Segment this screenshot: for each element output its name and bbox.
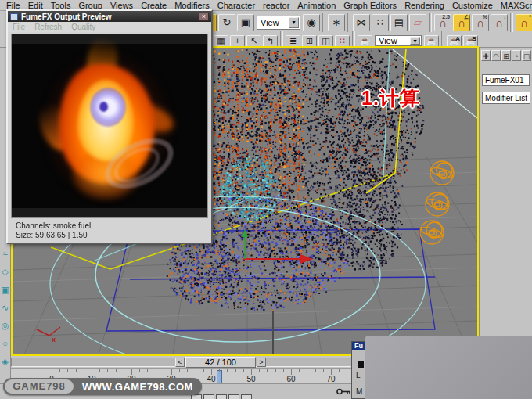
time-slider-handle[interactable]: 42 / 100 (185, 357, 256, 368)
named-selection-button[interactable]: ▱ (409, 14, 426, 31)
preview-render-image (11, 34, 208, 218)
reactor-rope-icon[interactable]: ∿ (0, 302, 10, 313)
reactor-wind-icon[interactable]: ◈ (0, 356, 10, 367)
menu-file[interactable]: File (2, 1, 24, 10)
material-editor-button[interactable]: ∷ (335, 35, 350, 47)
pivot-center-icon: ◉ (307, 16, 315, 28)
menu-views[interactable]: Views (106, 1, 137, 10)
tab-create[interactable]: ✚ (481, 50, 491, 61)
menu-maxscript[interactable]: MAXScript (497, 1, 532, 10)
reactor-rigid-icon[interactable]: ▣ (0, 284, 10, 295)
named-selection-sets-button[interactable]: ▦ (214, 35, 228, 47)
layer-stack-button[interactable]: ≣ (286, 35, 300, 47)
curve-editor-button[interactable]: ⊞ (302, 35, 317, 47)
keyboard-shortcut-override-button[interactable]: ∩* (516, 14, 532, 31)
ruler-number: 50 (246, 375, 255, 383)
ruler-number: 60 (286, 375, 295, 383)
set-key-icon[interactable] (336, 387, 352, 396)
fire-body (52, 59, 161, 189)
mini-button[interactable] (241, 394, 252, 399)
ruler-tick (251, 369, 252, 375)
mini-button[interactable] (216, 394, 227, 399)
render-type-dropdown[interactable]: View ▾ (375, 35, 422, 46)
add-selection-button[interactable]: + (230, 35, 245, 47)
menu-reactor[interactable]: reactor (259, 1, 293, 10)
preview-title: FumeFX Output Preview (21, 13, 199, 21)
select-object-button[interactable]: ↖ (246, 35, 261, 47)
select-and-rotate-button[interactable]: ↻ (218, 14, 235, 31)
modifier-list-dropdown[interactable]: Modifier List (482, 92, 530, 104)
menu-group[interactable]: Group (74, 1, 106, 10)
playback-buttons-cropped[interactable] (191, 394, 253, 399)
select-and-manipulate-button[interactable]: ∗ (328, 14, 345, 31)
close-icon[interactable]: × (199, 13, 209, 21)
menu-edit[interactable]: Edit (24, 1, 47, 10)
size-label: Size: 59,63,65 | 1.50 (11, 230, 208, 239)
menu-character[interactable]: Character (214, 1, 259, 10)
select-by-region-button[interactable]: ↰ (263, 35, 278, 47)
menu-tools[interactable]: Tools (47, 1, 75, 10)
use-pivot-center-button[interactable]: ◉ (303, 14, 320, 31)
ruler-tick (124, 369, 124, 372)
menu-customize[interactable]: Customize (448, 1, 497, 10)
scale-icon: ▣ (241, 16, 250, 28)
reference-coordinate-dropdown[interactable]: View ▾ (257, 16, 300, 30)
cursor-region-icon: ↰ (267, 36, 274, 46)
mini-button[interactable] (203, 394, 214, 399)
fire-core-dot (99, 102, 108, 112)
ruler-tick (67, 369, 68, 372)
spinner-snap-button[interactable]: ∩↕ (491, 14, 508, 31)
watermark-url: WWW.GAME798.COM (74, 381, 202, 393)
menu-animation[interactable]: Animation (293, 1, 340, 10)
align-button[interactable]: ∷ (372, 14, 389, 31)
fumefx-dialog-checkbox[interactable] (358, 361, 364, 368)
quick-render-button[interactable]: ☕ (424, 35, 439, 47)
menu-rendering[interactable]: Rendering (401, 1, 448, 10)
fumefx-preview-window[interactable]: FumeFX Output Preview × FileRefreshQuali… (6, 9, 213, 244)
reactor-soft-icon[interactable]: ◎ (0, 320, 10, 331)
reactor-water-icon[interactable]: ≈ (0, 248, 10, 259)
snaps-toggle-button[interactable]: ∩2.5 (434, 14, 451, 31)
snap25-label: 2.5 (442, 14, 450, 20)
ruler-tick (139, 369, 140, 372)
mini-button[interactable] (228, 394, 239, 399)
reactor-motor-icon[interactable]: ○ (0, 338, 10, 349)
next-frame-button[interactable]: > (257, 358, 266, 367)
angle-snap-button[interactable]: ∩∠ (453, 14, 470, 31)
render-preset-a-button[interactable]: ☕A (447, 35, 462, 47)
render-preset-b-button[interactable]: ☕B (463, 35, 478, 47)
watermark-banner: GAME798 WWW.GAME798.COM (3, 378, 202, 395)
render-setup-button[interactable]: ☕ (358, 35, 372, 47)
ruler-tick (76, 369, 77, 372)
toolbar-separator (510, 13, 513, 32)
preview-menu-quality[interactable]: Quality (66, 23, 100, 31)
previous-frame-button[interactable]: < (175, 358, 185, 367)
cursor-icon: ↖ (250, 36, 257, 46)
menu-graph-editors[interactable]: Graph Editors (340, 1, 401, 10)
preview-titlebar[interactable]: FumeFX Output Preview × (8, 11, 211, 22)
preview-menu-file[interactable]: File (8, 23, 30, 31)
named-sel-icon: ▦ (217, 36, 225, 46)
dropdown-arrow-icon[interactable]: ▾ (410, 37, 420, 45)
smoke-ring (97, 128, 182, 200)
smoke-ring (108, 140, 166, 191)
spinner-snap-label: ↕ (504, 14, 507, 20)
layer-manager-button[interactable]: ▤ (390, 14, 408, 31)
ruler-tick (291, 369, 292, 375)
preview-menu-refresh[interactable]: Refresh (30, 23, 66, 31)
mirror-button[interactable]: ⋈ (353, 14, 370, 31)
menu-create[interactable]: Create (137, 1, 171, 10)
object-name-field[interactable]: FumeFX01 (482, 74, 530, 86)
tab-display[interactable]: ▢ (522, 50, 531, 61)
schematic-view-button[interactable]: ◫ (318, 35, 333, 47)
select-and-scale-button[interactable]: ▣ (237, 14, 254, 31)
plus-icon: + (235, 36, 239, 45)
reactor-cloth-icon[interactable]: ◇ (0, 266, 10, 277)
percent-snap-button[interactable]: ∩% (472, 14, 489, 31)
menu-modifiers[interactable]: Modifiers (171, 1, 214, 10)
dropdown-arrow-icon[interactable]: ▾ (289, 17, 299, 28)
tab-hierarchy[interactable]: ⊞ (501, 50, 511, 61)
angle-snap-label: ∠ (464, 14, 469, 20)
tab-motion[interactable]: ◔ (512, 50, 521, 61)
tab-modify[interactable]: ◠ (491, 50, 501, 61)
